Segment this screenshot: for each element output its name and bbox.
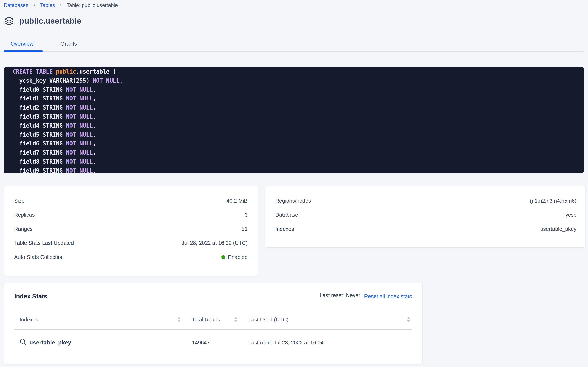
stat-label: Indexes (275, 226, 294, 232)
create-statement-block: CREATE TABLE public.usertable ( ycsb_key… (4, 67, 584, 174)
index-table-header: Indexes Total Reads Last Used (UTC) (14, 310, 412, 330)
sql-code: CREATE TABLE public.usertable ( ycsb_key… (13, 67, 584, 174)
breadcrumb-tables[interactable]: Tables (40, 1, 55, 9)
stat-label: Ranges (14, 226, 33, 232)
magnifier-icon (19, 338, 27, 347)
table-row[interactable]: usertable_pkey 149647 Last read: Jul 28,… (14, 329, 412, 356)
stat-row: Indexes usertable_pkey (275, 222, 577, 236)
table-location-card: Regions/nodes (n1,n2,n3,n4,n5,n6) Databa… (265, 186, 585, 248)
tab-grants[interactable]: Grants (54, 39, 84, 49)
stat-label: Replicas (14, 212, 35, 218)
breadcrumb-separator-icon: › (60, 1, 62, 8)
page-title-row: public.usertable (4, 16, 81, 26)
index-stats-title: Index Stats (14, 293, 47, 300)
stat-row: Database ycsb (275, 208, 577, 222)
tab-bar: Overview Grants (4, 39, 84, 49)
stat-value: 40.2 MiB (226, 198, 248, 204)
table-detail-page: Databases › Tables › Table: public.usert… (0, 0, 588, 367)
status-enabled-dot-icon (222, 255, 225, 259)
stat-value: 51 (242, 226, 248, 232)
stat-value: ycsb (566, 212, 577, 218)
stat-label: Auto Stats Collection (14, 254, 64, 260)
sort-total-reads-icon[interactable] (234, 317, 238, 322)
stat-row: Regions/nodes (n1,n2,n3,n4,n5,n6) (275, 194, 577, 208)
stat-value: (n1,n2,n3,n4,n5,n6) (530, 198, 577, 204)
total-reads-value: 149647 (192, 340, 210, 346)
table-details-card: Size 40.2 MiB Replicas 3 Ranges 51 Table… (4, 186, 258, 276)
stack-icon (4, 16, 14, 26)
tab-divider (4, 51, 584, 52)
stat-value: usertable_pkey (540, 226, 577, 232)
last-reset-label[interactable]: Last reset: Never (319, 292, 360, 300)
stat-value: 3 (245, 212, 248, 218)
auto-stats-status: Enabled (222, 254, 248, 260)
breadcrumb-databases[interactable]: Databases (4, 1, 28, 9)
index-stats-header: Index Stats Last reset: Never Reset all … (14, 292, 412, 301)
breadcrumb: Databases › Tables › Table: public.usert… (4, 1, 118, 9)
column-header-indexes[interactable]: Indexes (19, 316, 38, 323)
stat-label: Table Stats Last Updated (14, 240, 74, 246)
stat-row: Replicas 3 (14, 208, 248, 222)
active-tab-underline (4, 50, 43, 52)
sort-indexes-icon[interactable] (177, 317, 181, 322)
stat-row: Table Stats Last Updated Jul 28, 2022 at… (14, 236, 248, 250)
stat-row: Ranges 51 (14, 222, 248, 236)
index-stats-controls: Last reset: Never Reset all index stats (319, 292, 412, 300)
sort-last-used-icon[interactable] (407, 317, 410, 322)
index-stats-card: Index Stats Last reset: Never Reset all … (4, 283, 422, 364)
tab-overview[interactable]: Overview (4, 39, 41, 49)
stat-row: Size 40.2 MiB (14, 194, 248, 208)
last-used-value: Last read: Jul 28, 2022 at 16:04 (248, 340, 323, 346)
reset-index-stats-link[interactable]: Reset all index stats (364, 293, 412, 300)
stat-row: Auto Stats Collection Enabled (14, 250, 248, 264)
stat-label: Regions/nodes (275, 198, 311, 204)
stat-label: Size (14, 198, 25, 204)
breadcrumb-separator-icon: › (33, 1, 35, 8)
column-header-last-used[interactable]: Last Used (UTC) (248, 316, 289, 323)
stat-value: Jul 28, 2022 at 16:02 (UTC) (182, 240, 248, 246)
breadcrumb-current: Table: public.usertable (66, 1, 118, 9)
stat-label: Database (275, 212, 298, 218)
column-header-total-reads[interactable]: Total Reads (192, 316, 220, 323)
index-name-link[interactable]: usertable_pkey (29, 339, 71, 346)
page-title: public.usertable (19, 17, 81, 25)
